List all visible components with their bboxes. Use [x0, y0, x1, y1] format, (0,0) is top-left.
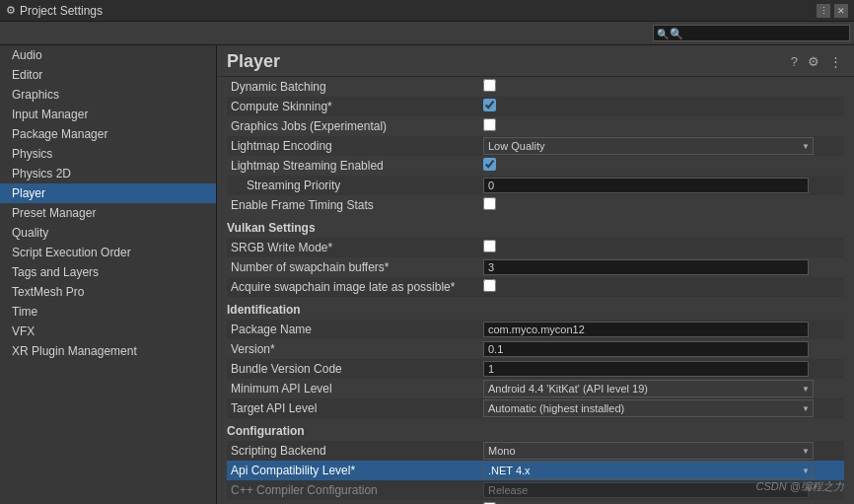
help-icon[interactable]: ?	[789, 52, 800, 71]
label-graphics-jobs: Graphics Jobs (Experimental)	[227, 119, 483, 133]
label-swapchain-late: Acquire swapchain image late as possible…	[227, 280, 483, 294]
sidebar-item-script-execution[interactable]: Script Execution Order	[0, 243, 216, 262]
sidebar-item-vfx[interactable]: VFX	[0, 322, 216, 341]
checkbox-lightmap-streaming[interactable]	[483, 158, 496, 171]
input-swapchain-buffers[interactable]	[483, 259, 809, 275]
row-srgb: SRGB Write Mode*	[227, 238, 844, 257]
label-swapchain-buffers: Number of swapchain buffers*	[227, 260, 483, 274]
sidebar-item-xr[interactable]: XR Plugin Management	[0, 341, 216, 361]
row-graphics-jobs: Graphics Jobs (Experimental)	[227, 116, 844, 136]
row-frame-timing: Enable Frame Timing Stats	[227, 195, 844, 215]
sidebar-item-editor[interactable]: Editor	[0, 65, 216, 85]
checkbox-graphics-jobs[interactable]	[483, 118, 496, 131]
row-version: Version*	[227, 339, 844, 359]
overflow-icon[interactable]: ⋮	[827, 52, 844, 71]
search-icon: 🔍	[657, 28, 669, 38]
value-bundle-version	[483, 361, 844, 377]
title-bar-text: Project Settings	[20, 4, 103, 18]
value-min-api: Android 4.4 'KitKat' (API level 19) Andr…	[483, 380, 844, 397]
label-dynamic-batching: Dynamic Batching	[227, 80, 483, 94]
row-compute-skinning: Compute Skinning*	[227, 97, 844, 116]
dropdown-wrapper-api-compat: .NET 4.x .NET Standard 2.0	[483, 462, 814, 479]
sidebar-item-package-manager[interactable]: Package Manager	[0, 124, 216, 144]
search-input[interactable]	[653, 25, 850, 41]
sidebar-item-physics[interactable]: Physics	[0, 144, 216, 164]
player-header: Player ? ⚙ ⋮	[217, 45, 854, 77]
value-lightmap-encoding: Low Quality Normal Quality High Quality	[483, 137, 844, 155]
value-swapchain-late	[483, 279, 844, 295]
label-package-name: Package Name	[227, 323, 483, 336]
row-min-api: Minimum API Level Android 4.4 'KitKat' (…	[227, 379, 844, 398]
label-version: Version*	[227, 342, 483, 356]
title-bar: ⚙ Project Settings ⋮ ✕	[0, 0, 854, 22]
label-streaming-priority: Streaming Priority	[227, 179, 483, 192]
value-package-name	[483, 322, 844, 337]
settings-section-vulkan: Vulkan Settings SRGB Write Mode* Number …	[217, 215, 854, 297]
settings-icon[interactable]: ⚙	[806, 52, 821, 71]
input-version[interactable]	[483, 341, 809, 357]
label-scripting-backend: Scripting Backend	[227, 444, 483, 458]
row-scripting-backend: Scripting Backend Mono IL2CPP	[227, 441, 844, 461]
sidebar-item-graphics[interactable]: Graphics	[0, 85, 216, 105]
content-area: Player ? ⚙ ⋮ Dynamic Batching Compute Sk…	[217, 45, 854, 504]
dropdown-scripting-backend[interactable]: Mono IL2CPP	[483, 442, 814, 460]
label-bundle-version: Bundle Version Code	[227, 362, 483, 376]
checkbox-compute-skinning[interactable]	[483, 99, 496, 111]
watermark: CSDN @编程之力	[756, 479, 844, 494]
menu-btn[interactable]: ⋮	[817, 4, 830, 18]
row-target-api: Target API Level Automatic (highest inst…	[227, 398, 844, 418]
dropdown-wrapper-lightmap: Low Quality Normal Quality High Quality	[483, 137, 814, 155]
value-version	[483, 341, 844, 357]
sidebar-item-textmesh[interactable]: TextMesh Pro	[0, 282, 216, 302]
input-streaming-priority[interactable]	[483, 178, 809, 193]
sidebar-item-input-manager[interactable]: Input Manager	[0, 105, 216, 124]
dropdown-wrapper-scripting: Mono IL2CPP	[483, 442, 814, 460]
section-title-identification: Identification	[227, 297, 844, 320]
value-scripting-backend: Mono IL2CPP	[483, 442, 844, 460]
search-bar: 🔍	[0, 22, 854, 45]
checkbox-dynamic-batching[interactable]	[483, 79, 496, 92]
dropdown-api-compat[interactable]: .NET 4.x .NET Standard 2.0	[483, 462, 814, 479]
sidebar-item-quality[interactable]: Quality	[0, 223, 216, 243]
row-api-compat: Api Compatibility Level* .NET 4.x .NET S…	[227, 461, 844, 480]
search-wrapper: 🔍	[653, 25, 850, 41]
dropdown-target-api[interactable]: Automatic (highest installed)	[483, 399, 814, 417]
value-target-api: Automatic (highest installed)	[483, 399, 844, 417]
row-incremental-gc: Use Incremental GC	[227, 500, 844, 504]
row-lightmap-streaming: Lightmap Streaming Enabled	[227, 156, 844, 176]
value-streaming-priority	[483, 178, 844, 193]
sidebar-item-player[interactable]: Player	[0, 183, 216, 203]
row-dynamic-batching: Dynamic Batching	[227, 77, 844, 97]
main-layout: Audio Editor Graphics Input Manager Pack…	[0, 45, 854, 504]
settings-section-other: Dynamic Batching Compute Skinning* Graph…	[217, 77, 854, 215]
row-package-name: Package Name	[227, 320, 844, 339]
row-lightmap-encoding: Lightmap Encoding Low Quality Normal Qua…	[227, 136, 844, 156]
close-btn[interactable]: ✕	[834, 4, 848, 18]
label-api-compat: Api Compatibility Level*	[227, 464, 483, 477]
sidebar: Audio Editor Graphics Input Manager Pack…	[0, 45, 217, 504]
value-api-compat: .NET 4.x .NET Standard 2.0	[483, 462, 844, 479]
input-package-name[interactable]	[483, 322, 809, 337]
header-icons: ? ⚙ ⋮	[789, 52, 844, 71]
value-swapchain-buffers	[483, 259, 844, 275]
label-compute-skinning: Compute Skinning*	[227, 100, 483, 113]
value-dynamic-batching	[483, 79, 844, 95]
checkbox-srgb[interactable]	[483, 240, 496, 252]
sidebar-item-tags-layers[interactable]: Tags and Layers	[0, 262, 216, 282]
dropdown-min-api[interactable]: Android 4.4 'KitKat' (API level 19) Andr…	[483, 380, 814, 397]
label-frame-timing: Enable Frame Timing Stats	[227, 198, 483, 212]
section-title-configuration: Configuration	[227, 418, 844, 441]
sidebar-item-preset-manager[interactable]: Preset Manager	[0, 203, 216, 223]
sidebar-item-time[interactable]: Time	[0, 302, 216, 322]
page-title: Player	[227, 51, 280, 72]
input-bundle-version[interactable]	[483, 361, 809, 377]
label-lightmap-encoding: Lightmap Encoding	[227, 139, 483, 153]
checkbox-swapchain-late[interactable]	[483, 279, 496, 292]
sidebar-item-audio[interactable]: Audio	[0, 45, 216, 65]
checkbox-frame-timing[interactable]	[483, 197, 496, 210]
label-cpp-compiler: C++ Compiler Configuration	[227, 483, 483, 497]
dropdown-wrapper-min-api: Android 4.4 'KitKat' (API level 19) Andr…	[483, 380, 814, 397]
value-srgb	[483, 240, 844, 255]
dropdown-lightmap-encoding[interactable]: Low Quality Normal Quality High Quality	[483, 137, 814, 155]
sidebar-item-physics-2d[interactable]: Physics 2D	[0, 164, 216, 183]
